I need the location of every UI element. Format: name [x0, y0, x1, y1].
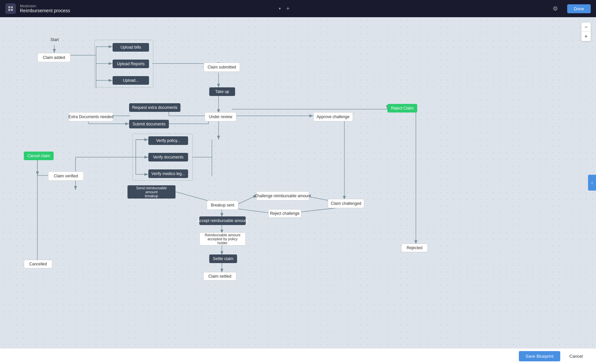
extra-docs-needed-node[interactable]: Extra Documents needed [69, 112, 113, 121]
cancel-button[interactable]: Cancel [564, 351, 588, 361]
svg-rect-1 [11, 6, 13, 8]
header-subtitle: Mediclaim [20, 4, 275, 8]
verify-documents-node[interactable]: Verify documents [148, 153, 188, 161]
approve-challenge-node[interactable]: Approve challenge [313, 112, 353, 121]
zoom-controls: − + [581, 23, 591, 41]
reject-claim-node[interactable]: Reject Claim [387, 104, 417, 113]
claim-added-node[interactable]: Claim added [37, 53, 71, 62]
settings-icon[interactable]: ⚙ [553, 5, 558, 12]
request-extra-docs-node[interactable]: Request extra documents [129, 103, 180, 112]
reject-challenge-node[interactable]: Reject challenge [268, 209, 301, 218]
bottom-bar: Save Blueprint Cancel [0, 348, 596, 364]
svg-rect-2 [8, 9, 10, 11]
header-main-title: Reimbursement process [20, 8, 275, 13]
claim-verified-node[interactable]: Claim verified [48, 171, 84, 181]
upload-bills-node[interactable]: Upload bills [113, 43, 149, 52]
accept-reimbursable-node[interactable]: Accept reimbursable amount [199, 216, 246, 225]
submit-documents-node[interactable]: Submit documents [129, 120, 169, 128]
flow-connections [0, 17, 596, 348]
challenge-reimbursable-node[interactable]: Challenge reimbursable amount [256, 191, 309, 201]
zoom-out-button[interactable]: − [581, 23, 591, 32]
claim-challenged-node[interactable]: Claim challenged [328, 199, 364, 208]
flow-canvas: − + ‹ [0, 17, 596, 348]
side-panel-toggle[interactable]: ‹ [588, 175, 596, 191]
svg-rect-3 [11, 9, 13, 11]
header-chevron-icon[interactable]: ▾ [279, 6, 281, 11]
upload-other-node[interactable]: Upload... [113, 76, 149, 85]
send-reimbursable-node[interactable]: Send reimbursable amount breakup [127, 185, 175, 199]
svg-line-37 [237, 195, 257, 205]
claim-submitted-node[interactable]: Claim submitted [204, 63, 240, 72]
save-blueprint-button[interactable]: Save Blueprint [519, 351, 560, 361]
verify-policy-node[interactable]: Verify policy... [148, 136, 188, 145]
claim-settled-node[interactable]: Claim settled [203, 272, 236, 281]
reimbursable-accepted-node[interactable]: Reimbursable amount accepted by policy h… [199, 232, 246, 246]
header: Mediclaim Reimbursement process ▾ + ⚙ Do… [0, 0, 596, 17]
under-review-node[interactable]: Under review [205, 112, 236, 121]
app-logo [5, 3, 16, 14]
verify-medico-node[interactable]: Verify medico leg... [148, 169, 188, 178]
rejected-node[interactable]: Rejected [401, 244, 428, 252]
breakup-sent-node[interactable]: Breakup sent [207, 201, 238, 210]
svg-rect-0 [8, 6, 10, 8]
header-title-group: Mediclaim Reimbursement process [20, 4, 275, 13]
take-up-node[interactable]: Take up [209, 87, 235, 96]
upload-reports-node[interactable]: Upload Reports [113, 60, 149, 68]
header-add-icon[interactable]: + [286, 5, 290, 12]
cancel-claim-node[interactable]: Cancel claim [24, 152, 54, 160]
start-node: Start [46, 36, 63, 43]
zoom-in-button[interactable]: + [581, 32, 591, 41]
done-button[interactable]: Done [567, 4, 591, 13]
cancelled-node[interactable]: Cancelled [24, 260, 52, 268]
settle-claim-node[interactable]: Settle claim [209, 254, 237, 263]
